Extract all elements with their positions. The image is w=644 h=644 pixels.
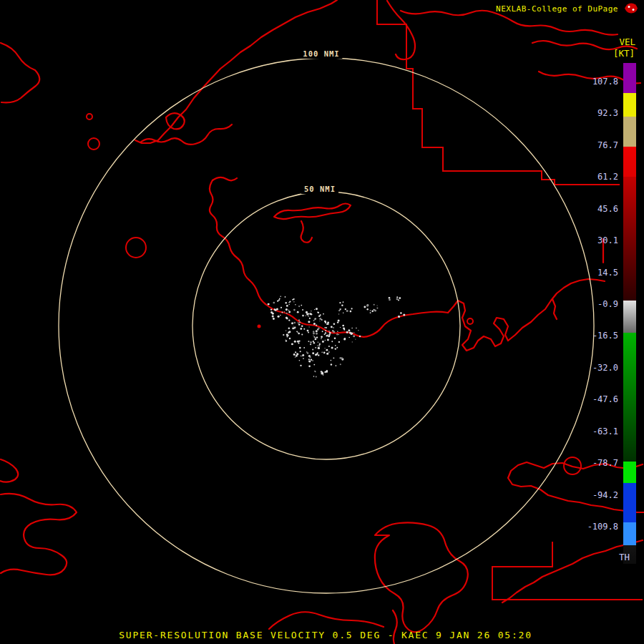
velocity-echo-dot bbox=[286, 308, 288, 311]
velocity-echo-dot bbox=[322, 331, 323, 332]
velocity-echo-dot bbox=[325, 332, 326, 333]
coastline-path bbox=[210, 180, 265, 304]
velocity-echo-dot bbox=[302, 315, 304, 317]
velocity-echo-dot bbox=[353, 335, 355, 337]
velocity-echo-dot bbox=[311, 359, 313, 361]
velocity-echo-dot bbox=[308, 332, 309, 333]
product-title: SUPER-RESOLUTION BASE VELOCITY 0.5 DEG -… bbox=[119, 630, 532, 640]
velocity-echo-dot bbox=[314, 336, 316, 338]
velocity-echo-dot bbox=[321, 336, 323, 338]
coastline-path bbox=[269, 612, 384, 629]
velocity-echo-dot bbox=[301, 333, 303, 335]
velocity-echo-dot bbox=[396, 296, 398, 298]
velocity-echo-dot bbox=[348, 329, 350, 331]
velocity-echo-dot bbox=[298, 343, 299, 344]
velocity-echo-dot bbox=[314, 309, 315, 310]
velocity-echo-dot bbox=[328, 323, 329, 325]
velocity-echo-dot bbox=[318, 347, 320, 349]
velocity-echo-dot bbox=[310, 343, 311, 345]
velocity-echo-dot bbox=[286, 330, 286, 331]
velocity-echo-dot bbox=[299, 360, 301, 361]
velocity-echo-dot bbox=[321, 352, 323, 353]
admin-border-path bbox=[492, 542, 643, 600]
velocity-echo-dot bbox=[400, 312, 402, 314]
velocity-echo-dot bbox=[331, 360, 332, 361]
velocity-echo-dot bbox=[294, 322, 296, 324]
velocity-echo-dot bbox=[346, 331, 348, 333]
coastline-path bbox=[0, 459, 18, 482]
velocity-echo-dot bbox=[338, 313, 340, 315]
velocity-echo-dot bbox=[285, 302, 286, 303]
coastline-path bbox=[135, 0, 337, 143]
velocity-echo-dot bbox=[339, 302, 341, 303]
velocity-echo-dot bbox=[268, 303, 270, 305]
velocity-echo-dot bbox=[318, 342, 318, 343]
colorbar-tick: 61.2 bbox=[567, 171, 618, 182]
velocity-echo-dot bbox=[319, 321, 320, 321]
velocity-echo-dot bbox=[398, 316, 399, 317]
velocity-echo-dot bbox=[280, 315, 281, 316]
velocity-echo-dot bbox=[355, 338, 356, 339]
velocity-echo-dot bbox=[340, 309, 341, 311]
velocity-echo-dot bbox=[335, 348, 336, 349]
velocity-echo-dot bbox=[273, 318, 275, 320]
velocity-echo-dot bbox=[302, 354, 304, 356]
colorbar-tick: -63.1 bbox=[567, 426, 618, 437]
velocity-echo-dot bbox=[298, 333, 300, 335]
lake-circle bbox=[88, 138, 99, 150]
velocity-echo-dot bbox=[313, 341, 314, 342]
velocity-echo-dot bbox=[345, 308, 346, 310]
velocity-echo-dot bbox=[325, 322, 326, 323]
range-ring-50nmi bbox=[192, 192, 460, 459]
velocity-echo-dot bbox=[308, 316, 309, 317]
colorbar-threshold-label: TH bbox=[619, 552, 630, 562]
velocity-echo-dot bbox=[343, 338, 346, 340]
velocity-echo-dot bbox=[316, 324, 317, 326]
velocity-echo-dot bbox=[316, 333, 318, 335]
velocity-echo-dot bbox=[300, 348, 301, 349]
velocity-echo-dot bbox=[327, 339, 329, 341]
coastline-path bbox=[401, 11, 618, 35]
velocity-echo-dot bbox=[309, 356, 310, 356]
velocity-echo-dot bbox=[302, 309, 303, 311]
velocity-echo-dot bbox=[300, 351, 301, 352]
velocity-echo-dot bbox=[303, 358, 304, 359]
velocity-echo-dot bbox=[274, 308, 276, 311]
velocity-echo-dot bbox=[313, 320, 315, 321]
velocity-echo-dot bbox=[352, 341, 353, 342]
velocity-echo-dot bbox=[312, 352, 314, 354]
velocity-echo-dot bbox=[309, 361, 311, 363]
velocity-echo-dot bbox=[351, 308, 353, 309]
colorbar-tick: -78.7 bbox=[567, 457, 618, 469]
velocity-echo-dot bbox=[298, 319, 300, 321]
velocity-echo-dot bbox=[311, 311, 311, 311]
velocity-echo-dot bbox=[315, 338, 317, 341]
coastline-path bbox=[448, 301, 508, 351]
colorbar-tick: -16.5 bbox=[567, 330, 618, 341]
velocity-echo-dot bbox=[364, 306, 366, 308]
velocity-echo-dot bbox=[328, 331, 330, 332]
velocity-echo-dot bbox=[324, 333, 326, 335]
velocity-echo-dot bbox=[278, 299, 280, 301]
velocity-echo-dot bbox=[303, 328, 305, 330]
velocity-echo-dot bbox=[308, 326, 309, 327]
colorbar-tick: 76.7 bbox=[567, 140, 618, 151]
velocity-echo-dot bbox=[350, 311, 352, 313]
velocity-echo-dot bbox=[303, 347, 305, 348]
coastlines bbox=[0, 0, 644, 644]
velocity-echo-dot bbox=[283, 311, 285, 313]
admin-border-path bbox=[377, 0, 620, 185]
velocity-echo-dot bbox=[288, 328, 290, 329]
velocity-echo-dot bbox=[308, 321, 310, 323]
velocity-echo-dot bbox=[313, 342, 315, 343]
velocity-echo-dot bbox=[288, 310, 289, 311]
velocity-echo-dot bbox=[295, 356, 296, 358]
velocity-echo-dot bbox=[376, 308, 378, 309]
velocity-echo-dot bbox=[301, 356, 301, 356]
velocity-echo-dot bbox=[324, 327, 326, 328]
coastline-path bbox=[301, 221, 312, 243]
colorbar-tick: -109.8 bbox=[567, 521, 618, 532]
velocity-echo-dot bbox=[326, 349, 328, 351]
velocity-echo-dot bbox=[366, 308, 368, 310]
velocity-echo-dot bbox=[324, 348, 325, 348]
